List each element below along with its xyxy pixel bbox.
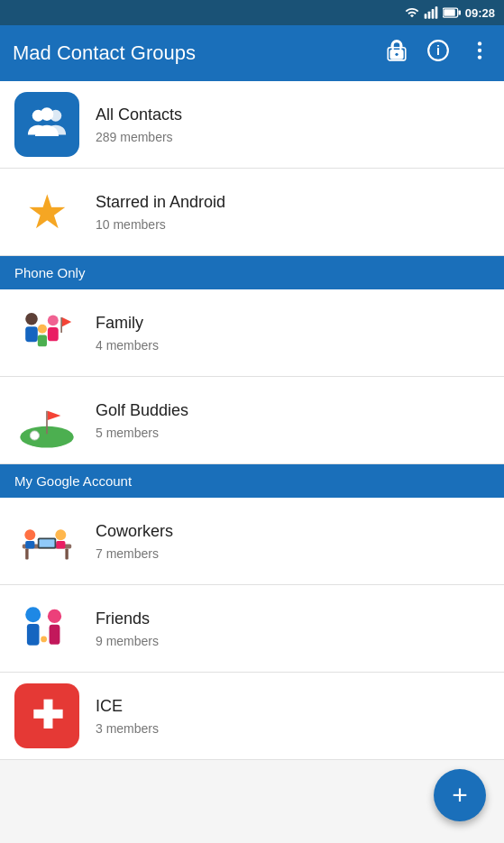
family-icon xyxy=(14,300,79,365)
signal-icon xyxy=(424,5,438,20)
golf-title: Golf Buddies xyxy=(96,401,188,420)
svg-rect-40 xyxy=(27,624,40,646)
svg-rect-36 xyxy=(56,541,65,549)
svg-rect-24 xyxy=(60,317,62,333)
family-text: Family 4 members xyxy=(96,314,159,353)
svg-rect-34 xyxy=(25,541,34,549)
svg-point-35 xyxy=(55,529,66,540)
svg-marker-25 xyxy=(62,317,71,326)
svg-rect-27 xyxy=(46,411,48,435)
list-item-starred[interactable]: ★ Starred in Android 10 members xyxy=(0,169,504,256)
svg-point-20 xyxy=(48,315,59,325)
svg-rect-32 xyxy=(65,549,68,560)
app-title: Mad Contact Groups xyxy=(13,41,385,65)
svg-rect-31 xyxy=(25,549,28,560)
svg-point-13 xyxy=(478,49,481,52)
star-icon: ★ xyxy=(14,179,79,244)
app-bar-actions: i xyxy=(385,39,491,68)
status-bar: 09:28 xyxy=(0,0,504,25)
svg-point-39 xyxy=(25,607,41,622)
svg-rect-0 xyxy=(424,14,426,18)
status-time: 09:28 xyxy=(465,6,495,20)
svg-point-12 xyxy=(478,41,481,45)
family-title: Family xyxy=(96,314,159,333)
svg-text:i: i xyxy=(436,43,440,58)
list-item-friends[interactable]: Friends 9 members xyxy=(0,585,504,673)
svg-point-14 xyxy=(478,55,481,59)
ice-text: ICE 3 members xyxy=(96,697,159,736)
more-icon[interactable] xyxy=(468,39,491,68)
ice-icon: ✚ xyxy=(14,683,79,748)
svg-point-43 xyxy=(41,637,47,643)
svg-rect-5 xyxy=(444,9,455,16)
svg-point-22 xyxy=(38,325,47,334)
svg-point-18 xyxy=(25,313,38,325)
coworkers-icon xyxy=(14,509,79,573)
family-subtitle: 4 members xyxy=(96,338,159,353)
info-icon[interactable]: i xyxy=(426,39,450,68)
svg-rect-21 xyxy=(48,327,59,341)
wifi-icon xyxy=(405,5,419,20)
all-contacts-subtitle: 289 members xyxy=(96,130,182,144)
svg-point-41 xyxy=(48,609,61,623)
list-item-golf-buddies[interactable]: Golf Buddies 5 members xyxy=(0,377,504,464)
fab-add-group[interactable]: + xyxy=(434,769,486,821)
all-contacts-title: All Contacts xyxy=(96,105,182,124)
friends-subtitle: 9 members xyxy=(96,634,159,648)
svg-rect-23 xyxy=(38,335,47,347)
svg-rect-19 xyxy=(25,326,38,342)
app-bar: Mad Contact Groups i xyxy=(0,25,504,81)
list-item-coworkers[interactable]: Coworkers 7 members xyxy=(0,498,504,585)
list-item-all-contacts[interactable]: All Contacts 289 members xyxy=(0,81,504,169)
starred-text: Starred in Android 10 members xyxy=(96,193,225,232)
coworkers-text: Coworkers 7 members xyxy=(96,522,173,561)
svg-marker-28 xyxy=(48,411,60,420)
svg-point-17 xyxy=(41,107,54,121)
svg-rect-1 xyxy=(427,12,430,19)
all-contacts-icon xyxy=(14,92,79,157)
all-contacts-text: All Contacts 289 members xyxy=(96,105,182,144)
list-item-ice[interactable]: ✚ ICE 3 members xyxy=(0,673,504,760)
svg-rect-42 xyxy=(50,625,60,645)
svg-rect-2 xyxy=(431,9,434,19)
svg-point-29 xyxy=(30,431,39,440)
fab-plus-icon: + xyxy=(452,782,468,809)
battery-icon xyxy=(443,6,461,19)
golf-subtitle: 5 members xyxy=(96,426,188,440)
status-icons: 09:28 xyxy=(405,5,495,20)
svg-point-8 xyxy=(395,53,398,56)
golf-icon xyxy=(14,388,79,453)
friends-icon xyxy=(14,596,79,661)
friends-text: Friends 9 members xyxy=(96,609,159,648)
ice-title: ICE xyxy=(96,697,159,716)
svg-point-33 xyxy=(24,529,35,540)
friends-title: Friends xyxy=(96,609,159,628)
golf-text: Golf Buddies 5 members xyxy=(96,401,188,440)
lock-icon[interactable] xyxy=(385,39,408,68)
svg-rect-6 xyxy=(458,11,461,15)
starred-title: Starred in Android xyxy=(96,193,225,212)
coworkers-subtitle: 7 members xyxy=(96,546,173,561)
list-item-family[interactable]: Family 4 members xyxy=(0,289,504,377)
section-phone-only: Phone Only xyxy=(0,256,504,289)
svg-rect-3 xyxy=(435,6,437,18)
section-google: My Google Account xyxy=(0,464,504,498)
starred-subtitle: 10 members xyxy=(96,217,225,232)
content-area: All Contacts 289 members ★ Starred in An… xyxy=(0,81,504,843)
svg-rect-38 xyxy=(40,539,55,547)
ice-subtitle: 3 members xyxy=(96,721,159,736)
coworkers-title: Coworkers xyxy=(96,522,173,541)
